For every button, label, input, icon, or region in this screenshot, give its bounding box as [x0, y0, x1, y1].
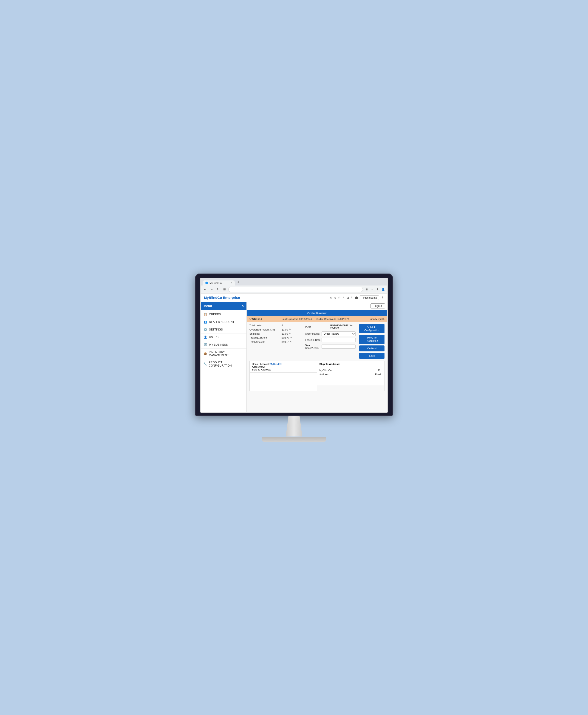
move-to-production-button[interactable]: Move To Production: [359, 335, 384, 344]
dealer-account-label: Dealer Account:: [252, 363, 270, 365]
dealer-account-link[interactable]: MyBlindCo: [270, 363, 282, 365]
ship-to-header: Ship To Address:: [317, 361, 384, 367]
po-row: PO#: POBMG2409511W-28-ENT: [305, 324, 356, 330]
forward-button[interactable]: →: [209, 287, 214, 292]
account-number-label: Account:: [252, 365, 262, 368]
est-ship-date-row: Est Ship Date:: [305, 338, 356, 342]
last-updated-label: Last Updated:: [281, 318, 298, 320]
order-status-label: Order status:: [305, 332, 321, 335]
finish-update-button[interactable]: Finish update: [360, 295, 379, 300]
total-boxes-row: Total Boxes/Units:: [305, 344, 356, 349]
copy-icon[interactable]: ⧉: [334, 296, 336, 299]
user-circle-icon[interactable]: ⬤: [355, 296, 358, 299]
header-menu-dots[interactable]: ⋮: [381, 296, 384, 299]
validate-configuration-button[interactable]: Validate Configuration: [359, 324, 384, 334]
monitor-stand-base: [262, 437, 326, 442]
ship-to-company: MyBlindCo: [319, 369, 332, 372]
sidebar-item-my-business[interactable]: 🔄 MY BUSINESS: [201, 341, 247, 349]
order-rep: Brian Mcgrath: [369, 318, 384, 320]
star-icon[interactable]: ☆: [338, 296, 341, 299]
sidebar-item-dealer-account-label: DEALER ACCOUNT: [209, 320, 234, 323]
shipping-label: Shipping:: [249, 332, 281, 335]
back-button[interactable]: ←: [203, 287, 208, 292]
content-back-arrow[interactable]: ←: [249, 304, 253, 308]
total-amount-row: Total Amount: $1997.78: [249, 341, 301, 343]
order-received-label: Order Received:: [316, 318, 336, 320]
inventory-icon: 📦: [204, 352, 207, 356]
total-units-row: Total Units: 4: [249, 324, 301, 327]
tax-edit-icon[interactable]: ✎: [290, 336, 292, 339]
total-amount-label: Total Amount:: [249, 341, 281, 343]
order-status-select[interactable]: Order Review: [321, 332, 356, 336]
monitor-screen: MyBlindCo × + ← → ↻ ⊡ ⊞ ☆ ⬇ 👤: [195, 274, 393, 416]
order-received-value: 04/04/2024: [337, 318, 349, 320]
sidebar-item-product-config[interactable]: 🔧 PRODUCT CONFIGURATION: [201, 359, 247, 369]
monitor-bezel: MyBlindCo × + ← → ↻ ⊡ ⊞ ☆ ⬇ 👤: [200, 278, 388, 413]
oversized-freight-label: Oversized Freight Chg:: [249, 328, 281, 331]
product-config-icon: 🔧: [204, 362, 207, 366]
dealer-account-icon: 👥: [204, 320, 207, 324]
est-ship-date-input[interactable]: [321, 338, 356, 342]
shipping-value: $0.00: [281, 332, 288, 335]
order-id: UWC1014: [249, 317, 262, 321]
po-value: POBMG2409511W-28-ENT: [330, 324, 356, 330]
sidebar-item-settings-label: SETTINGS: [209, 328, 223, 331]
order-details: Total Units: 4 Oversized Freight Chg: $0…: [247, 322, 387, 361]
po-label: PO#:: [305, 325, 330, 328]
order-status-row: Order status: Order Review: [305, 332, 356, 336]
sidebar-item-inventory-label: INVENTORY MANAGEMENT: [209, 351, 244, 357]
reload-button[interactable]: ↻: [215, 287, 220, 292]
ship-to-ph-label: Ph:: [378, 369, 382, 372]
oversized-freight-row: Oversized Freight Chg: $0.00 ✎: [249, 328, 301, 331]
extensions-icon[interactable]: ⊞: [364, 287, 369, 292]
cast-button[interactable]: ⊡: [222, 287, 227, 292]
browser-toolbar-icons: ⊞ ☆ ⬇ 👤: [364, 287, 385, 292]
dealer-address-header: Dealer Account:MyBlindCo Account:#2 Sold…: [250, 361, 317, 373]
browser-tab-active[interactable]: MyBlindCo ×: [203, 280, 235, 286]
ship-to-panel: Ship To Address: MyBlindCo Ph: Address: [317, 361, 384, 391]
sidebar-item-inventory[interactable]: 📦 INVENTORY MANAGEMENT: [201, 349, 247, 359]
new-tab-button[interactable]: +: [236, 279, 241, 285]
account-number-value: #2: [262, 365, 265, 368]
sidebar-item-users-label: USERS: [209, 336, 218, 339]
tab-close-button[interactable]: ×: [231, 281, 232, 284]
last-updated-value: 04/09/2024: [299, 318, 312, 320]
bookmark-icon[interactable]: ☆: [370, 287, 374, 292]
address-section: Dealer Account:MyBlindCo Account:#2 Sold…: [249, 361, 384, 391]
dealer-address-panel: Dealer Account:MyBlindCo Account:#2 Sold…: [250, 361, 317, 391]
sidebar-nav: 📋 ORDERS 👥 DEALER ACCOUNT ⚙️ SETTINGS: [201, 310, 247, 370]
tab-title: MyBlindCo: [209, 281, 222, 285]
profile-icon[interactable]: 👤: [381, 287, 385, 292]
sidebar-item-settings[interactable]: ⚙️ SETTINGS: [201, 326, 247, 334]
logout-button[interactable]: Logout: [371, 303, 385, 309]
total-boxes-input[interactable]: [321, 344, 356, 349]
shipping-edit-icon[interactable]: ✎: [289, 332, 291, 335]
app-body: Menu × 📋 ORDERS 👥 DEALER ACCOUNT: [201, 302, 387, 412]
order-header: UWC1014 Last Updated: 04/09/2024 Order R…: [247, 316, 387, 322]
oversized-freight-edit-icon[interactable]: ✎: [289, 328, 291, 331]
sidebar-item-orders[interactable]: 📋 ORDERS: [201, 311, 247, 318]
download-icon[interactable]: ⬇: [375, 287, 380, 292]
sidebar-item-my-business-label: MY BUSINESS: [209, 343, 228, 346]
app-header-right: ⚙ ⧉ ☆ ✎ ⊡ ⬇ ⬤ Finish update ⋮: [330, 295, 384, 300]
sidebar-item-dealer-account[interactable]: 👥 DEALER ACCOUNT: [201, 318, 247, 326]
settings-icon[interactable]: ⚙: [330, 296, 332, 299]
ship-to-body: MyBlindCo Ph: Address Email:: [317, 367, 384, 385]
order-actions: Validate Configuration Move To Productio…: [359, 324, 384, 359]
address-bar[interactable]: [228, 287, 363, 292]
oversized-freight-value: $0.00: [281, 328, 288, 331]
on-hold-button[interactable]: On Hold: [359, 345, 384, 352]
sidebar-item-product-config-label: PRODUCT CONFIGURATION: [209, 361, 244, 367]
sidebar-item-users[interactable]: 👤 USERS: [201, 334, 247, 341]
ship-to-email-label: Email:: [375, 373, 382, 376]
app-header: MyBlindCo Enterprise ⚙ ⧉ ☆ ✎ ⊡ ⬇ ⬤ Finis…: [201, 294, 387, 302]
shipping-row: Shipping: $0.00 ✎: [249, 332, 301, 335]
order-left-fields: Total Units: 4 Oversized Freight Chg: $0…: [249, 324, 301, 359]
pen-icon[interactable]: ✎: [342, 296, 345, 299]
save-button[interactable]: Save: [359, 353, 384, 359]
share-icon[interactable]: ⊡: [346, 296, 349, 299]
tab-favicon: [205, 281, 208, 285]
sidebar-close-button[interactable]: ×: [241, 304, 244, 308]
sidebar: Menu × 📋 ORDERS 👥 DEALER ACCOUNT: [201, 302, 247, 412]
download2-icon[interactable]: ⬇: [351, 296, 353, 299]
